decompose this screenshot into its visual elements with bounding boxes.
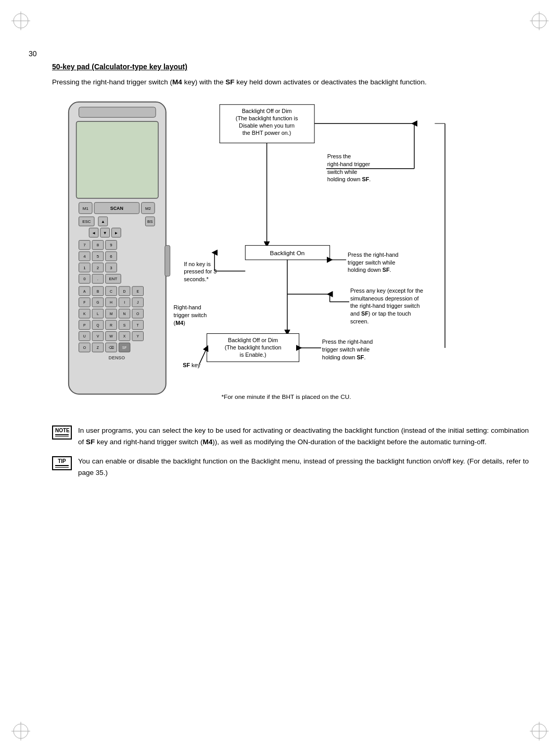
intro-text: Pressing the right-hand trigger switch (… xyxy=(52,77,529,87)
svg-text:T: T xyxy=(137,323,139,327)
svg-rect-75 xyxy=(132,298,144,307)
svg-rect-101 xyxy=(106,332,117,341)
main-content: 50-key pad (Calculator-type key layout) … xyxy=(52,62,529,487)
svg-rect-89 xyxy=(92,320,104,330)
svg-rect-69 xyxy=(92,298,104,307)
svg-text:trigger switch while: trigger switch while xyxy=(348,259,395,266)
svg-text:L: L xyxy=(97,312,99,316)
svg-rect-43 xyxy=(106,252,117,261)
svg-rect-53 xyxy=(92,274,104,284)
diagram-area: SCAN M1 M2 ESC ▲ BS ◄ ▼ ► xyxy=(52,97,520,415)
svg-line-158 xyxy=(199,348,207,364)
svg-text:ENT: ENT xyxy=(109,277,118,281)
svg-text:Z: Z xyxy=(97,346,99,349)
svg-text:trigger switch while: trigger switch while xyxy=(322,346,370,353)
svg-rect-35 xyxy=(92,241,104,250)
svg-rect-85 xyxy=(132,309,144,319)
svg-text:N: N xyxy=(123,312,126,316)
svg-rect-49 xyxy=(106,263,117,272)
svg-rect-130 xyxy=(245,246,329,260)
svg-text:BS: BS xyxy=(147,219,152,224)
svg-rect-31 xyxy=(112,228,121,237)
svg-rect-67 xyxy=(79,298,91,307)
page-number: 30 xyxy=(29,49,37,58)
svg-rect-103 xyxy=(119,332,130,341)
svg-rect-77 xyxy=(79,309,91,319)
svg-text:the BHT power on.): the BHT power on.) xyxy=(243,130,291,136)
corner-mark-bl xyxy=(10,721,31,742)
section-title: 50-key pad (Calculator-type key layout) xyxy=(52,62,529,71)
svg-text:A: A xyxy=(83,290,86,293)
corner-mark-tl xyxy=(10,10,31,31)
svg-rect-111 xyxy=(106,343,117,353)
svg-text:1: 1 xyxy=(83,266,85,270)
svg-rect-93 xyxy=(119,320,130,330)
svg-rect-55 xyxy=(106,274,121,284)
svg-text:2: 2 xyxy=(97,266,99,270)
svg-rect-29 xyxy=(100,228,110,237)
svg-text:Right-hand: Right-hand xyxy=(174,305,201,311)
svg-text:▲: ▲ xyxy=(101,219,105,224)
svg-text:O: O xyxy=(83,346,86,349)
svg-rect-116 xyxy=(165,246,170,277)
corner-mark-tr xyxy=(529,10,550,31)
svg-text:holding down SF.: holding down SF. xyxy=(327,177,371,183)
svg-text:▼: ▼ xyxy=(103,231,107,235)
svg-text:6: 6 xyxy=(110,254,112,259)
corner-mark-br xyxy=(529,721,550,742)
svg-rect-95 xyxy=(132,320,144,330)
svg-rect-12 xyxy=(69,102,166,394)
svg-text:3: 3 xyxy=(110,266,112,270)
diagram-svg: SCAN M1 M2 ESC ▲ BS ◄ ▼ ► xyxy=(52,97,520,415)
svg-rect-73 xyxy=(119,298,130,307)
tip-badge: TIP xyxy=(52,456,72,470)
svg-text:SF key: SF key xyxy=(183,362,200,368)
svg-rect-13 xyxy=(79,107,156,118)
svg-text:W: W xyxy=(109,335,113,339)
svg-text:DENSO: DENSO xyxy=(109,355,125,360)
svg-rect-27 xyxy=(89,228,98,237)
svg-text:B: B xyxy=(97,290,99,293)
svg-text:⌫: ⌫ xyxy=(109,346,114,349)
svg-text:H: H xyxy=(110,301,112,305)
svg-rect-41 xyxy=(92,252,104,261)
svg-text:U: U xyxy=(83,335,86,339)
svg-text:4: 4 xyxy=(83,254,86,259)
note-badge: NOTE xyxy=(52,425,72,440)
svg-text:right-hand trigger: right-hand trigger xyxy=(327,161,371,167)
svg-rect-153 xyxy=(207,334,299,362)
tip-label: TIP xyxy=(55,458,69,466)
svg-rect-109 xyxy=(92,343,104,353)
svg-rect-107 xyxy=(79,343,91,353)
svg-rect-19 xyxy=(142,203,155,214)
svg-text:holding down SF.: holding down SF. xyxy=(348,267,391,273)
svg-text:V: V xyxy=(97,335,99,339)
svg-text:C: C xyxy=(110,290,112,293)
svg-text:trigger switch: trigger switch xyxy=(174,312,207,318)
svg-text:I: I xyxy=(124,301,125,305)
svg-text:X: X xyxy=(123,335,126,339)
svg-rect-71 xyxy=(106,298,117,307)
svg-text:0: 0 xyxy=(83,277,86,281)
svg-text:F: F xyxy=(83,301,85,305)
svg-rect-91 xyxy=(106,320,117,330)
svg-text:Press the right-hand: Press the right-hand xyxy=(322,339,373,345)
tip-text: You can enable or disable the backlight … xyxy=(78,456,529,478)
svg-text:Backlight Off or Dim: Backlight Off or Dim xyxy=(242,108,292,115)
note-section: NOTE In user programs, you can select th… xyxy=(52,425,529,447)
svg-text:7: 7 xyxy=(83,243,85,248)
svg-text:Y: Y xyxy=(136,335,139,339)
svg-text:Backlight Off or Dim: Backlight Off or Dim xyxy=(228,337,278,344)
svg-rect-45 xyxy=(79,263,91,272)
svg-rect-15 xyxy=(94,203,139,214)
svg-rect-21 xyxy=(79,217,95,226)
svg-rect-63 xyxy=(119,286,130,296)
note-label: NOTE xyxy=(55,428,69,435)
svg-text:.: . xyxy=(97,277,98,281)
svg-text:SF: SF xyxy=(122,346,127,349)
svg-rect-83 xyxy=(119,309,130,319)
svg-text:8: 8 xyxy=(97,243,99,248)
svg-text:the right-hand trigger switch: the right-hand trigger switch xyxy=(350,303,419,309)
svg-rect-87 xyxy=(79,320,91,330)
svg-text:Press the: Press the xyxy=(327,153,351,159)
